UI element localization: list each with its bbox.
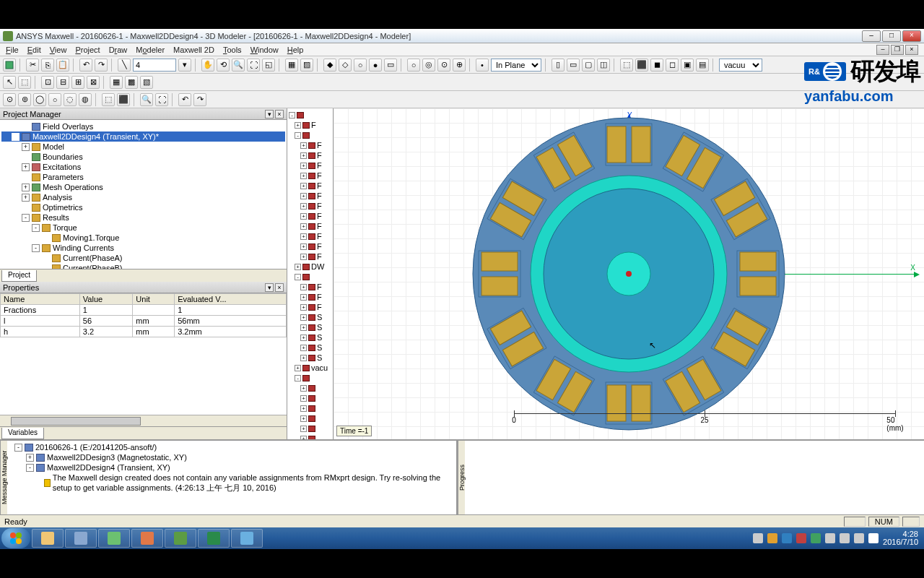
rect3-icon[interactable]: ▢	[582, 59, 595, 72]
taskbar-explorer[interactable]	[32, 529, 64, 548]
view9-icon[interactable]: 🔍	[140, 93, 153, 106]
material-select[interactable]: vacuu	[719, 59, 762, 72]
tree-item[interactable]: Field Overlays	[1, 121, 285, 131]
model-tree-item[interactable]: +F	[289, 211, 331, 221]
taskbar-app3[interactable]	[98, 529, 130, 548]
tree-item[interactable]: Current(PhaseA)	[1, 253, 285, 263]
copy-icon[interactable]: ⎘	[41, 59, 54, 72]
message-item[interactable]: -20160626-1 (E:/20141205-ansoft/)	[9, 442, 455, 452]
model-tree-item[interactable]: +F	[289, 201, 331, 211]
zoom-icon[interactable]: 🔍	[232, 59, 245, 72]
fit-selected-icon[interactable]: ◱	[262, 59, 275, 72]
paste-icon[interactable]: 📋	[56, 59, 69, 72]
model-tree-item[interactable]: +	[289, 383, 331, 393]
line-icon[interactable]: ╲	[118, 59, 131, 72]
sel-icon[interactable]: ↖	[3, 76, 16, 89]
model-tree-item[interactable]: +	[289, 423, 331, 434]
progress-tab[interactable]: Progress	[458, 441, 465, 514]
message-manager-tab[interactable]: Message Manager	[0, 441, 7, 514]
view6-icon[interactable]: ◍	[79, 93, 92, 106]
model-tree-item[interactable]: +S	[289, 353, 331, 363]
plane-select[interactable]: In Plane	[491, 59, 541, 72]
properties-grid[interactable]: NameValueUnitEvaluated V...Fractions11l5…	[0, 293, 287, 415]
props-close-icon[interactable]: ×	[275, 283, 284, 292]
dropdown-icon[interactable]: ▾	[178, 59, 191, 72]
tray-icon[interactable]	[767, 533, 777, 543]
tree-item[interactable]: -Results	[1, 212, 285, 223]
model-tree-item[interactable]: +F	[289, 251, 331, 262]
tray-icon[interactable]	[796, 533, 806, 543]
tree-item[interactable]: +Excitations	[1, 162, 285, 172]
view2-icon[interactable]: ⊚	[18, 93, 31, 106]
props-pin-icon[interactable]: ▾	[265, 283, 274, 292]
op3-icon[interactable]: ◼	[650, 59, 663, 72]
undo2-icon[interactable]: ↶	[178, 93, 191, 106]
circle2-icon[interactable]: ◎	[422, 59, 435, 72]
grp1-icon[interactable]: ⊡	[41, 76, 54, 89]
cut-icon[interactable]: ✂	[26, 59, 39, 72]
taskbar-app6[interactable]	[198, 529, 230, 548]
tray-icon[interactable]	[782, 533, 792, 543]
model-tree-item[interactable]: +F	[289, 302, 331, 312]
message-item[interactable]: +Maxwell2DDesign3 (Magnetostatic, XY)	[9, 452, 455, 462]
pm-close-icon[interactable]: ×	[275, 110, 284, 118]
taskbar-app5[interactable]	[165, 529, 196, 548]
child-close-button[interactable]: ×	[905, 45, 918, 55]
view3-icon[interactable]: ◯	[33, 93, 46, 106]
model-tree-item[interactable]: +F	[289, 231, 331, 241]
tool4-icon[interactable]: ●	[369, 59, 382, 72]
tray-icon[interactable]	[854, 533, 864, 543]
view1-icon[interactable]: ⊙	[3, 93, 16, 106]
grp3-icon[interactable]: ⊞	[71, 76, 84, 89]
menu-file[interactable]: FFileile	[6, 46, 19, 54]
model-tree-item[interactable]: +	[289, 434, 331, 439]
message-item[interactable]: The Maxwell design created does not cont…	[9, 473, 455, 493]
pm-pin-icon[interactable]: ▾	[265, 110, 274, 118]
view8-icon[interactable]: ⬛	[117, 93, 130, 106]
tree-item[interactable]: +Model	[1, 142, 285, 152]
tray-icon[interactable]	[811, 533, 821, 543]
tool5-icon[interactable]: ▭	[384, 59, 397, 72]
model-tree-item[interactable]: +DW	[289, 262, 331, 272]
project-tab[interactable]: Project	[1, 270, 37, 282]
taskbar-clock[interactable]: 4:28 2016/7/10	[883, 530, 918, 546]
model-tree-item[interactable]: -	[289, 130, 331, 140]
tool2-icon[interactable]: ◇	[339, 59, 352, 72]
tray-icon[interactable]	[840, 533, 850, 543]
menu-modeler[interactable]: Modeler	[136, 46, 165, 54]
axis-lock-icon[interactable]: ⊕	[453, 59, 466, 72]
tree-item[interactable]: -Winding Currents	[1, 243, 285, 253]
menu-help[interactable]: Help	[287, 46, 304, 54]
mesh3-icon[interactable]: ▧	[140, 76, 153, 89]
project-tree[interactable]: Field Overlays-Maxwell2DDesign4 (Transie…	[0, 120, 287, 269]
point-icon[interactable]: •	[476, 59, 489, 72]
menu-view[interactable]: View	[50, 46, 67, 54]
rotate-icon[interactable]: ⟲	[217, 59, 230, 72]
menu-maxwell2d[interactable]: Maxwell 2D	[173, 46, 214, 54]
rect4-icon[interactable]: ◫	[597, 59, 610, 72]
mesh2-icon[interactable]: ▩	[125, 76, 138, 89]
minimize-button[interactable]: –	[862, 30, 881, 42]
tray-speaker-icon[interactable]	[868, 533, 879, 543]
property-row[interactable]: Fractions11	[1, 305, 287, 316]
tool3-icon[interactable]: ○	[354, 59, 367, 72]
pan-icon[interactable]: ✋	[201, 59, 214, 72]
model-tree-item[interactable]: +	[289, 393, 331, 403]
model-tree-item[interactable]: +S	[289, 342, 331, 353]
circle3-icon[interactable]: ⊙	[437, 59, 450, 72]
fit-icon[interactable]: ⛶	[247, 59, 260, 72]
taskbar-app2[interactable]	[65, 529, 97, 548]
redo-icon[interactable]: ↷	[95, 59, 108, 72]
undo-icon[interactable]: ↶	[79, 59, 92, 72]
system-tray[interactable]: 4:28 2016/7/10	[753, 530, 923, 546]
model-tree-item[interactable]: +S	[289, 322, 331, 332]
op5-icon[interactable]: ▣	[681, 59, 694, 72]
model-tree-item[interactable]: +F	[289, 241, 331, 251]
model-tree-item[interactable]: +	[289, 403, 331, 413]
model-tree-item[interactable]: +F	[289, 191, 331, 201]
mesh-icon[interactable]: ▦	[110, 76, 123, 89]
op6-icon[interactable]: ▤	[696, 59, 709, 72]
cube-icon[interactable]: ▦	[285, 59, 298, 72]
op2-icon[interactable]: ⬛	[635, 59, 648, 72]
model-tree-item[interactable]: +	[289, 413, 331, 423]
